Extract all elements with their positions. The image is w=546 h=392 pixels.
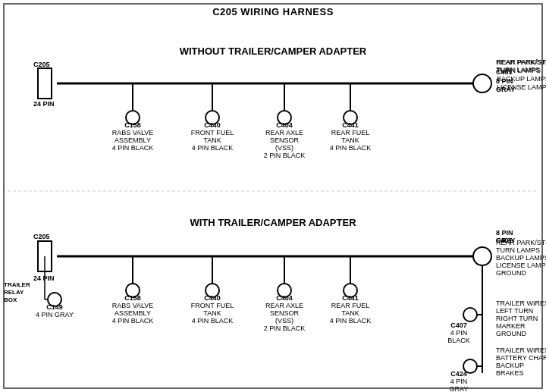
svg-text:TANK: TANK xyxy=(341,309,359,317)
svg-text:4 PIN GRAY: 4 PIN GRAY xyxy=(36,311,74,318)
svg-point-48 xyxy=(48,293,61,306)
svg-text:C158: C158 xyxy=(124,121,141,129)
svg-text:TRAILER WIRES: TRAILER WIRES xyxy=(496,299,546,307)
svg-text:C440: C440 xyxy=(204,294,221,302)
svg-text:C404: C404 xyxy=(276,121,293,129)
svg-text:REAR AXLE: REAR AXLE xyxy=(265,129,303,136)
svg-text:BRAKES: BRAKES xyxy=(496,369,524,377)
svg-point-65 xyxy=(463,308,477,321)
svg-text:RABS VALVE: RABS VALVE xyxy=(112,302,154,309)
svg-text:C205: C205 xyxy=(33,61,50,68)
svg-text:ASSEMBLY: ASSEMBLY xyxy=(115,309,151,317)
svg-text:TURN LAMPS: TURN LAMPS xyxy=(496,246,540,254)
svg-point-22 xyxy=(206,111,219,124)
svg-text:C441: C441 xyxy=(342,294,359,302)
svg-text:FRONT FUEL: FRONT FUEL xyxy=(191,302,234,309)
svg-text:LICENSE LAMPS: LICENSE LAMPS xyxy=(496,262,546,269)
svg-text:4 PIN BLACK: 4 PIN BLACK xyxy=(112,317,154,325)
svg-text:4 PIN BLACK: 4 PIN BLACK xyxy=(192,144,234,152)
svg-text:C401: C401 xyxy=(496,68,513,76)
svg-text:LICENSE LAMPS: LICENSE LAMPS xyxy=(497,83,546,91)
svg-text:BACKUP LAMPS: BACKUP LAMPS xyxy=(497,75,546,83)
svg-text:2 PIN BLACK: 2 PIN BLACK xyxy=(264,152,306,159)
svg-text:BACKUP: BACKUP xyxy=(496,362,524,369)
svg-text:C404: C404 xyxy=(276,294,293,302)
svg-text:(VSS): (VSS) xyxy=(275,317,293,325)
svg-text:4 PIN BLACK: 4 PIN BLACK xyxy=(330,144,372,152)
svg-text:4 PIN: 4 PIN xyxy=(450,329,468,337)
svg-text:C158: C158 xyxy=(124,294,141,302)
svg-point-28 xyxy=(278,111,291,124)
svg-text:SENSOR: SENSOR xyxy=(270,309,300,317)
svg-text:C407: C407 xyxy=(450,321,467,329)
svg-text:LEFT TURN: LEFT TURN xyxy=(496,307,533,315)
svg-text:4 PIN BLACK: 4 PIN BLACK xyxy=(112,144,154,152)
page-title: C205 WIRING HARNESS xyxy=(0,0,546,17)
svg-text:TANK: TANK xyxy=(341,136,359,144)
svg-point-54 xyxy=(473,247,491,265)
svg-rect-108 xyxy=(4,4,542,388)
svg-text:BACKUP LAMPS: BACKUP LAMPS xyxy=(496,254,546,262)
svg-text:SENSOR: SENSOR xyxy=(270,136,300,144)
svg-text:REAR PARK/STOP: REAR PARK/STOP xyxy=(496,58,546,66)
svg-text:FRONT FUEL: FRONT FUEL xyxy=(191,129,234,136)
svg-text:C441: C441 xyxy=(342,121,359,129)
svg-rect-43 xyxy=(38,241,52,271)
svg-point-16 xyxy=(126,111,140,124)
svg-text:TANK: TANK xyxy=(203,309,221,317)
svg-text:4 PIN: 4 PIN xyxy=(450,378,468,385)
svg-text:RELAY: RELAY xyxy=(4,289,24,296)
svg-text:REAR AXLE: REAR AXLE xyxy=(265,302,303,309)
svg-text:REAR PARK/STOP: REAR PARK/STOP xyxy=(496,239,546,246)
svg-point-103 xyxy=(344,284,357,297)
svg-text:REAR FUEL: REAR FUEL xyxy=(331,129,370,136)
svg-text:BATTERY CHARGE: BATTERY CHARGE xyxy=(496,354,546,362)
svg-text:WITH TRAILER/CAMPER ADAPTER: WITH TRAILER/CAMPER ADAPTER xyxy=(190,217,356,228)
svg-text:GROUND: GROUND xyxy=(496,269,526,277)
svg-text:24 PIN: 24 PIN xyxy=(33,100,55,108)
svg-text:BOX: BOX xyxy=(4,296,17,303)
svg-point-5 xyxy=(473,74,491,93)
svg-text:4 PIN BLACK: 4 PIN BLACK xyxy=(330,317,372,325)
svg-point-35 xyxy=(344,111,357,124)
svg-text:RABS VALVE: RABS VALVE xyxy=(112,129,154,136)
svg-text:TURN LAMPS: TURN LAMPS xyxy=(497,67,541,74)
svg-text:BLACK: BLACK xyxy=(447,337,470,344)
svg-point-75 xyxy=(463,359,477,373)
svg-point-84 xyxy=(126,284,140,297)
svg-text:MARKER: MARKER xyxy=(496,322,526,330)
svg-text:C205: C205 xyxy=(33,233,50,240)
svg-text:8 PIN: 8 PIN xyxy=(496,77,513,85)
svg-text:GROUND: GROUND xyxy=(496,330,526,337)
svg-text:REAR PARK/STOP: REAR PARK/STOP xyxy=(497,58,546,66)
svg-text:2 PIN BLACK: 2 PIN BLACK xyxy=(264,325,306,332)
svg-rect-2 xyxy=(38,68,52,99)
svg-text:C401: C401 xyxy=(496,237,513,244)
svg-text:ASSEMBLY: ASSEMBLY xyxy=(115,136,151,144)
svg-text:8 PIN: 8 PIN xyxy=(496,229,513,237)
svg-text:24 PIN: 24 PIN xyxy=(33,274,55,282)
svg-text:4 PIN BLACK: 4 PIN BLACK xyxy=(192,317,234,325)
svg-point-90 xyxy=(206,284,219,297)
svg-text:TRAILER WIRES: TRAILER WIRES xyxy=(496,347,546,354)
svg-text:RIGHT TURN: RIGHT TURN xyxy=(496,315,538,322)
svg-text:(VSS): (VSS) xyxy=(275,144,293,152)
svg-text:TURN LAMPS: TURN LAMPS xyxy=(496,66,540,74)
svg-text:C424: C424 xyxy=(450,370,467,378)
svg-point-96 xyxy=(278,284,291,297)
svg-text:TRAILER: TRAILER xyxy=(4,281,30,288)
svg-text:C149: C149 xyxy=(46,303,63,311)
svg-text:GRAY: GRAY xyxy=(496,237,515,244)
svg-text:GRAY: GRAY xyxy=(496,86,515,93)
svg-text:C440: C440 xyxy=(204,121,221,129)
svg-text:GRAY: GRAY xyxy=(450,385,469,392)
svg-text:REAR FUEL: REAR FUEL xyxy=(331,302,370,309)
svg-text:WITHOUT  TRAILER/CAMPER ADAPTE: WITHOUT TRAILER/CAMPER ADAPTER xyxy=(180,45,367,57)
svg-text:TANK: TANK xyxy=(203,136,221,144)
